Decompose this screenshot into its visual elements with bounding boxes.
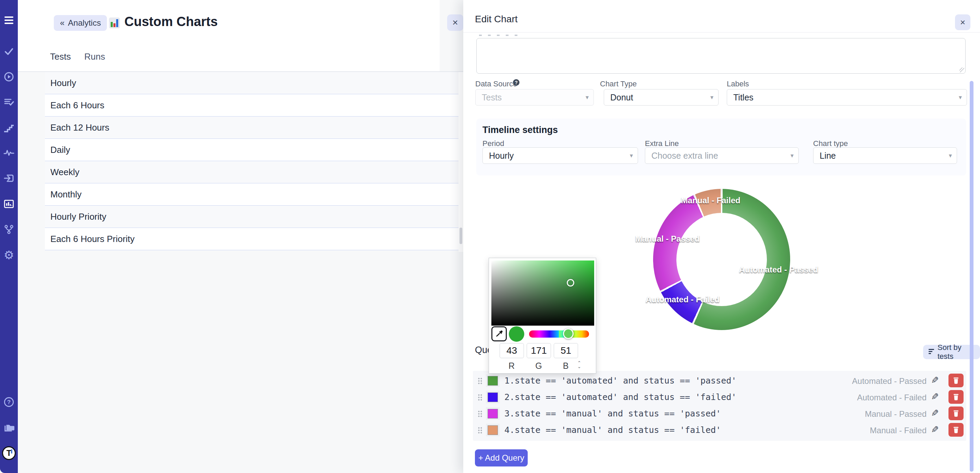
custom-charts-icon (109, 17, 120, 29)
red-input[interactable] (500, 343, 524, 358)
list-item-daily[interactable]: Daily (45, 139, 461, 161)
sort-icon (929, 349, 934, 355)
period-select[interactable]: Hourly ▾ (482, 147, 638, 164)
sidebar: ⚙ ? T (0, 0, 18, 473)
trash-icon (953, 427, 959, 433)
drag-handle-icon[interactable] (478, 427, 482, 433)
query-color-swatch[interactable] (486, 424, 500, 436)
app-logo[interactable]: T (0, 446, 18, 461)
close-icon: × (960, 17, 965, 28)
extra-line-select[interactable]: Choose extra line ▾ (645, 147, 799, 164)
tab-tests[interactable]: Tests (50, 51, 71, 62)
delete-query-button[interactable] (948, 406, 964, 420)
slice-label-manual-failed: Manual - Failed (681, 196, 740, 205)
list-item-weekly[interactable]: Weekly (45, 161, 461, 183)
timeline-chart-type-select[interactable]: Line ▾ (813, 147, 957, 164)
delete-query-button[interactable] (948, 374, 964, 387)
close-icon: × (452, 17, 458, 28)
donut-chart-hole (676, 213, 767, 306)
query-color-swatch[interactable] (486, 407, 500, 420)
play-circle-icon[interactable] (0, 69, 18, 84)
test-list-icon[interactable] (0, 94, 18, 109)
query-row: 3.state == 'manual' and status == 'passe… (473, 405, 966, 422)
trash-icon (953, 377, 959, 384)
data-source-select[interactable]: Tests ▾ (475, 89, 594, 105)
pulse-icon[interactable] (0, 145, 18, 160)
saturation-area[interactable] (492, 261, 594, 326)
color-mode-toggle[interactable]: ⌃⌄ (578, 361, 581, 368)
color-picker-popover: R G B ⌃⌄ (488, 258, 596, 374)
edit-pencil-icon[interactable]: ✎ (931, 392, 939, 402)
projects-folder-icon[interactable] (0, 420, 18, 435)
query-row: 2.state == 'automated' and status == 'fa… (473, 389, 966, 405)
drag-handle-icon[interactable] (478, 410, 482, 417)
drawer-scrollbar-thumb[interactable] (970, 81, 974, 471)
labels-select[interactable]: Titles ▾ (727, 89, 967, 105)
eyedropper-button[interactable] (492, 326, 507, 341)
edit-pencil-icon[interactable]: ✎ (931, 375, 939, 386)
extra-line-label: Extra Line (645, 139, 679, 148)
chevron-down-icon: ▾ (585, 94, 589, 101)
back-to-analytics-button[interactable]: « Analytics (54, 15, 107, 31)
trash-icon (953, 393, 959, 400)
app-root: ⚙ ? T « Analytics Custom Charts × Tests … (0, 0, 980, 473)
green-label: G (535, 361, 542, 371)
list-scrollbar-track (458, 72, 463, 252)
blue-input[interactable] (554, 343, 578, 358)
chevron-down-icon: ▾ (791, 152, 794, 159)
list-item-monthly[interactable]: Monthly (45, 183, 461, 205)
current-color-swatch (509, 326, 524, 342)
list-item-each-6-hours-priority[interactable]: Each 6 Hours Priority (45, 228, 461, 250)
edit-pencil-icon[interactable]: ✎ (931, 424, 939, 435)
list-item-hourly[interactable]: Hourly (45, 72, 461, 94)
clipped-label-remnant (479, 35, 520, 36)
check-icon[interactable] (0, 44, 18, 59)
edit-pencil-icon[interactable]: ✎ (931, 408, 939, 419)
hue-slider[interactable] (529, 330, 589, 338)
query-color-swatch[interactable] (486, 374, 500, 387)
back-chevron-icon: « (60, 18, 64, 28)
svg-text:?: ? (7, 399, 11, 406)
chevron-down-icon: ▾ (710, 94, 713, 101)
settings-gear-icon[interactable]: ⚙ (0, 247, 18, 263)
saturation-handle[interactable] (567, 279, 574, 287)
drawer-close-button[interactable]: × (955, 14, 970, 30)
timeline-settings-title: Timeline settings (482, 125, 558, 135)
green-input[interactable] (527, 343, 551, 358)
left-panel-header (18, 0, 440, 72)
drawer-header-divider (463, 32, 980, 33)
bar-chart-icon[interactable] (0, 196, 18, 212)
edit-chart-drawer: Edit Chart × Data Source ? Chart Type La… (463, 0, 980, 473)
steps-icon[interactable] (0, 120, 18, 135)
delete-query-button[interactable] (948, 390, 964, 404)
chart-type-label: Chart Type (600, 80, 636, 88)
chart-description-textarea[interactable] (476, 38, 966, 74)
left-panel-close-button[interactable]: × (447, 14, 463, 31)
page-title: Custom Charts (124, 14, 218, 29)
period-label: Period (482, 139, 504, 148)
blue-label: B (563, 361, 569, 371)
list-item-each-6-hours[interactable]: Each 6 Hours (45, 94, 461, 116)
chevron-down-icon: ▾ (959, 94, 962, 101)
tab-runs[interactable]: Runs (84, 51, 105, 62)
drag-handle-icon[interactable] (478, 394, 482, 401)
queries-list: 1.state == 'automated' and status == 'pa… (473, 371, 966, 441)
query-color-swatch[interactable] (486, 391, 500, 403)
query-row: 4.state == 'manual' and status == 'faile… (473, 422, 966, 438)
slice-label-automated-passed: Automated - Passed (739, 265, 818, 274)
add-query-button[interactable]: + Add Query (475, 449, 528, 467)
help-icon[interactable]: ? (0, 395, 18, 409)
list-item-each-12-hours[interactable]: Each 12 Hours (45, 116, 461, 139)
import-icon[interactable] (0, 171, 18, 186)
chart-type-select[interactable]: Donut ▾ (604, 89, 719, 105)
chevron-down-icon: ▾ (630, 152, 633, 159)
hue-slider-handle[interactable] (563, 328, 574, 339)
delete-query-button[interactable] (948, 423, 964, 437)
drag-handle-icon[interactable] (478, 377, 482, 384)
data-source-label: Data Source (475, 80, 517, 88)
data-source-help-icon[interactable]: ? (513, 79, 519, 86)
menu-icon[interactable] (5, 16, 13, 26)
branches-icon[interactable] (0, 222, 18, 237)
list-scrollbar-thumb[interactable] (460, 228, 462, 244)
list-item-hourly-priority[interactable]: Hourly Priority (45, 205, 461, 228)
